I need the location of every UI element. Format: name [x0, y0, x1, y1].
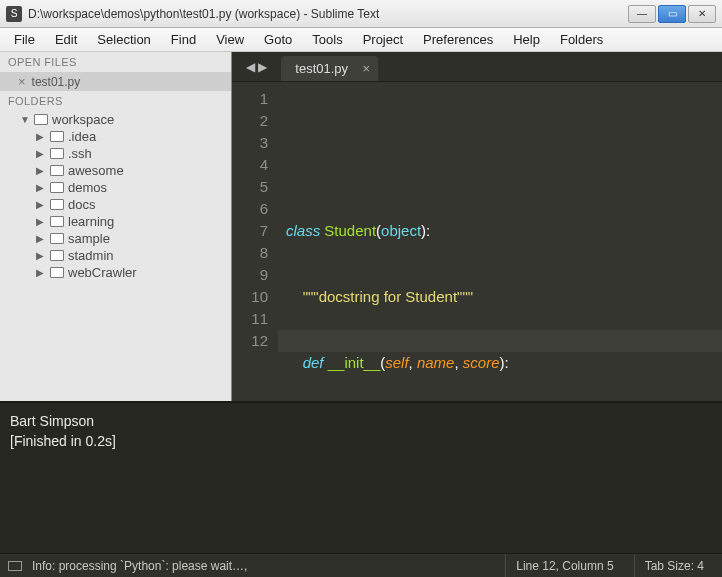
panel-switcher-icon[interactable]	[8, 561, 22, 571]
window-maximize-button[interactable]: ▭	[658, 5, 686, 23]
folder-item[interactable]: ▶webCrawler	[6, 264, 227, 281]
folder-label: webCrawler	[68, 265, 137, 280]
folder-label: docs	[68, 197, 95, 212]
chevron-right-icon: ▶	[36, 148, 46, 159]
console-line: [Finished in 0.2s]	[10, 431, 712, 451]
open-file-item[interactable]: × test01.py	[0, 72, 231, 91]
line-gutter: 123456789101112	[232, 82, 278, 401]
chevron-down-icon: ▼	[20, 114, 30, 125]
open-files-header: OPEN FILES	[0, 52, 231, 72]
chevron-right-icon: ▶	[36, 199, 46, 210]
menu-preferences[interactable]: Preferences	[413, 30, 503, 49]
folder-label: learning	[68, 214, 114, 229]
console-line: Bart Simpson	[10, 411, 712, 431]
tab-close-icon[interactable]: ×	[363, 61, 371, 76]
window-titlebar: S D:\workspace\demos\python\test01.py (w…	[0, 0, 722, 28]
folder-label: demos	[68, 180, 107, 195]
window-title: D:\workspace\demos\python\test01.py (wor…	[28, 7, 628, 21]
code-editor[interactable]: 123456789101112 class Student(object): "…	[232, 82, 722, 401]
app-icon: S	[6, 6, 22, 22]
menu-folders[interactable]: Folders	[550, 30, 613, 49]
folder-item[interactable]: ▶stadmin	[6, 247, 227, 264]
folder-icon	[34, 114, 48, 125]
window-close-button[interactable]: ✕	[688, 5, 716, 23]
code-content[interactable]: class Student(object): """docstring for …	[278, 82, 722, 401]
folder-item[interactable]: ▶awesome	[6, 162, 227, 179]
current-line-highlight	[278, 330, 722, 352]
folder-icon	[50, 267, 64, 278]
editor-tab[interactable]: test01.py ×	[281, 56, 378, 81]
folder-label: stadmin	[68, 248, 114, 263]
folder-icon	[50, 131, 64, 142]
menu-help[interactable]: Help	[503, 30, 550, 49]
folder-icon	[50, 233, 64, 244]
menu-find[interactable]: Find	[161, 30, 206, 49]
menu-tools[interactable]: Tools	[302, 30, 352, 49]
tab-label: test01.py	[295, 61, 348, 76]
menu-goto[interactable]: Goto	[254, 30, 302, 49]
menu-file[interactable]: File	[4, 30, 45, 49]
status-info: Info: processing `Python`: please wait…,	[32, 559, 247, 573]
menu-project[interactable]: Project	[353, 30, 413, 49]
chevron-right-icon: ▶	[36, 165, 46, 176]
folder-icon	[50, 216, 64, 227]
menu-bar: File Edit Selection Find View Goto Tools…	[0, 28, 722, 52]
folder-icon	[50, 250, 64, 261]
folder-item[interactable]: ▶demos	[6, 179, 227, 196]
status-tab-size[interactable]: Tab Size: 4	[634, 554, 714, 577]
menu-edit[interactable]: Edit	[45, 30, 87, 49]
folder-label: awesome	[68, 163, 124, 178]
chevron-right-icon: ▶	[36, 250, 46, 261]
folder-item[interactable]: ▶docs	[6, 196, 227, 213]
window-minimize-button[interactable]: —	[628, 5, 656, 23]
folders-header: FOLDERS	[0, 91, 231, 111]
folder-item[interactable]: ▶.ssh	[6, 145, 227, 162]
chevron-right-icon: ▶	[36, 182, 46, 193]
folder-item[interactable]: ▶sample	[6, 230, 227, 247]
status-line-col[interactable]: Line 12, Column 5	[505, 554, 623, 577]
chevron-right-icon: ▶	[36, 233, 46, 244]
folder-label: .ssh	[68, 146, 92, 161]
folder-label: workspace	[52, 112, 114, 127]
chevron-right-icon: ▶	[36, 216, 46, 227]
status-bar: Info: processing `Python`: please wait…,…	[0, 553, 722, 577]
folder-item[interactable]: ▶learning	[6, 213, 227, 230]
close-icon[interactable]: ×	[18, 74, 26, 89]
open-file-label: test01.py	[32, 75, 81, 89]
folder-icon	[50, 148, 64, 159]
folder-icon	[50, 165, 64, 176]
menu-view[interactable]: View	[206, 30, 254, 49]
folder-label: sample	[68, 231, 110, 246]
folder-item[interactable]: ▶.idea	[6, 128, 227, 145]
folder-root[interactable]: ▼ workspace	[6, 111, 227, 128]
chevron-right-icon: ▶	[36, 267, 46, 278]
folder-icon	[50, 199, 64, 210]
tab-nav-arrows[interactable]: ◀ ▶	[238, 56, 275, 78]
chevron-right-icon: ▶	[36, 131, 46, 142]
editor-tabbar: ◀ ▶ test01.py ×	[232, 52, 722, 82]
build-output-panel[interactable]: Bart Simpson [Finished in 0.2s]	[0, 401, 722, 553]
folder-label: .idea	[68, 129, 96, 144]
folder-icon	[50, 182, 64, 193]
sidebar: OPEN FILES × test01.py FOLDERS ▼ workspa…	[0, 52, 232, 401]
menu-selection[interactable]: Selection	[87, 30, 160, 49]
